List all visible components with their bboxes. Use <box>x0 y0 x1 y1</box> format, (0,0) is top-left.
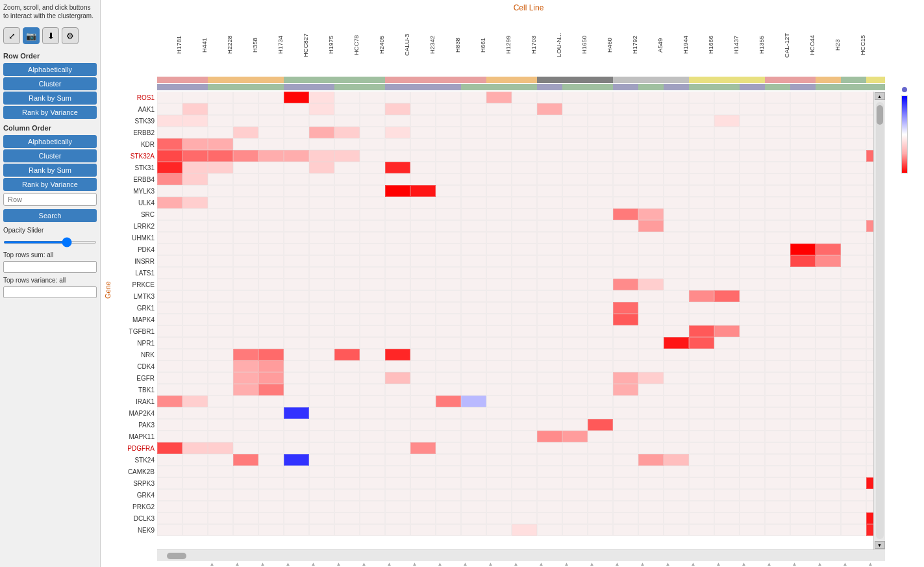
heatmap-cell[interactable] <box>258 232 284 244</box>
heatmap-cell[interactable] <box>284 220 309 232</box>
heatmap-cell[interactable] <box>512 512 537 524</box>
heatmap-cell[interactable] <box>385 302 410 314</box>
heatmap-cell[interactable] <box>157 92 182 103</box>
heatmap-cell[interactable] <box>689 314 714 325</box>
heatmap-cell[interactable] <box>841 255 866 267</box>
heatmap-cell[interactable] <box>866 302 873 314</box>
heatmap-cell[interactable] <box>714 267 740 279</box>
heatmap-cell[interactable] <box>410 103 436 115</box>
heatmap-cell[interactable] <box>208 255 233 267</box>
heatmap-cell[interactable] <box>258 454 284 466</box>
heatmap-cell[interactable] <box>258 267 284 279</box>
heatmap-cell[interactable] <box>512 349 537 360</box>
heatmap-cell[interactable] <box>689 396 714 407</box>
heatmap-cell[interactable] <box>461 454 486 466</box>
heatmap-cell[interactable] <box>512 396 537 407</box>
heatmap-cell[interactable] <box>714 103 740 115</box>
heatmap-cell[interactable] <box>233 244 258 255</box>
heatmap-cell[interactable] <box>638 127 664 138</box>
heatmap-cell[interactable] <box>562 232 588 244</box>
heatmap-cell[interactable] <box>613 150 638 162</box>
heatmap-cell[interactable] <box>841 127 866 138</box>
heatmap-cell[interactable] <box>157 419 182 431</box>
heatmap-cell[interactable] <box>689 208 714 220</box>
heatmap-cell[interactable] <box>866 92 873 103</box>
heatmap-cell[interactable] <box>537 255 562 267</box>
heatmap-cell[interactable] <box>157 524 182 536</box>
heatmap-cell[interactable] <box>182 279 208 290</box>
heatmap-cell[interactable] <box>866 150 873 162</box>
heatmap-cell[interactable] <box>385 489 410 501</box>
heatmap-cell[interactable] <box>208 489 233 501</box>
col-sort-arrow[interactable]: ▲ <box>782 561 807 567</box>
heatmap-cell[interactable] <box>208 127 233 138</box>
heatmap-cell[interactable] <box>208 524 233 536</box>
heatmap-cell[interactable] <box>537 384 562 396</box>
heatmap-cell[interactable] <box>360 92 385 103</box>
heatmap-cell[interactable] <box>157 407 182 419</box>
heatmap-cell[interactable] <box>816 127 841 138</box>
heatmap-cell[interactable] <box>689 419 714 431</box>
heatmap-cell[interactable] <box>233 384 258 396</box>
heatmap-cell[interactable] <box>182 325 208 337</box>
heatmap-cell[interactable] <box>486 220 512 232</box>
heatmap-cell[interactable] <box>740 325 765 337</box>
heatmap-cell[interactable] <box>664 279 689 290</box>
heatmap-cell[interactable] <box>689 524 714 536</box>
heatmap-cell[interactable] <box>436 349 461 360</box>
heatmap-cell[interactable] <box>613 407 638 419</box>
heatmap-cell[interactable] <box>714 244 740 255</box>
heatmap-cell[interactable] <box>740 337 765 349</box>
heatmap-cell[interactable] <box>309 173 334 185</box>
heatmap-cell[interactable] <box>182 138 208 150</box>
heatmap-cell[interactable] <box>309 501 334 512</box>
heatmap-cell[interactable] <box>588 396 613 407</box>
heatmap-cell[interactable] <box>765 255 790 267</box>
heatmap-cell[interactable] <box>309 360 334 372</box>
heatmap-cell[interactable] <box>233 454 258 466</box>
heatmap-cell[interactable] <box>765 103 790 115</box>
heatmap-cell[interactable] <box>689 279 714 290</box>
right-scroll-thumb[interactable] <box>877 105 883 125</box>
heatmap-cell[interactable] <box>562 279 588 290</box>
heatmap-cell[interactable] <box>461 314 486 325</box>
heatmap-cell[interactable] <box>360 173 385 185</box>
heatmap-cell[interactable] <box>486 466 512 477</box>
heatmap-cell[interactable] <box>157 477 182 489</box>
heatmap-cell[interactable] <box>588 325 613 337</box>
heatmap-cell[interactable] <box>638 384 664 396</box>
heatmap-cell[interactable] <box>638 150 664 162</box>
heatmap-cell[interactable] <box>360 360 385 372</box>
heatmap-cell[interactable] <box>309 372 334 384</box>
heatmap-cell[interactable] <box>740 103 765 115</box>
heatmap-cell[interactable] <box>537 150 562 162</box>
heatmap-cell[interactable] <box>638 232 664 244</box>
heatmap-cell[interactable] <box>436 232 461 244</box>
heatmap-cell[interactable] <box>714 208 740 220</box>
heatmap-cell[interactable] <box>309 302 334 314</box>
heatmap-cell[interactable] <box>410 208 436 220</box>
heatmap-cell[interactable] <box>385 360 410 372</box>
heatmap-cell[interactable] <box>664 396 689 407</box>
heatmap-cell[interactable] <box>385 477 410 489</box>
heatmap-cell[interactable] <box>689 489 714 501</box>
heatmap-cell[interactable] <box>486 314 512 325</box>
heatmap-cell[interactable] <box>816 524 841 536</box>
heatmap-cell[interactable] <box>385 267 410 279</box>
heatmap-cell[interactable] <box>841 197 866 208</box>
heatmap-cell[interactable] <box>436 197 461 208</box>
opacity-slider[interactable] <box>3 241 97 244</box>
heatmap-cell[interactable] <box>334 185 360 197</box>
heatmap-cell[interactable] <box>562 103 588 115</box>
heatmap-cell[interactable] <box>461 115 486 127</box>
top-rows-sum-input[interactable] <box>3 261 97 273</box>
heatmap-cell[interactable] <box>461 255 486 267</box>
heatmap-cell[interactable] <box>436 396 461 407</box>
heatmap-cell[interactable] <box>334 208 360 220</box>
heatmap-cell[interactable] <box>562 162 588 173</box>
heatmap-cell[interactable] <box>360 279 385 290</box>
heatmap-cell[interactable] <box>486 501 512 512</box>
heatmap-cell[interactable] <box>182 419 208 431</box>
heatmap-cell[interactable] <box>866 220 873 232</box>
heatmap-cell[interactable] <box>765 372 790 384</box>
